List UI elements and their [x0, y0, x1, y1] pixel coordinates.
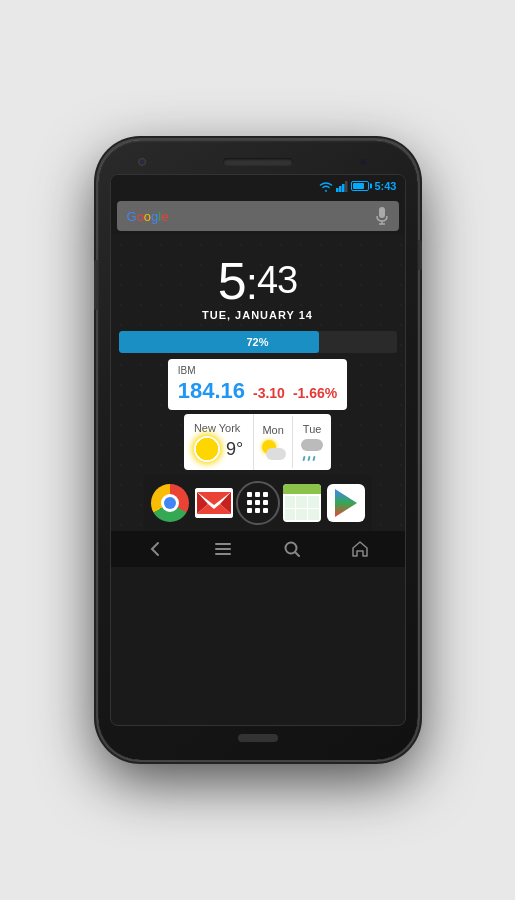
rain-cloud: [301, 439, 323, 451]
playstore-svg: [333, 489, 359, 517]
nav-bar: [111, 531, 405, 567]
front-camera: [138, 158, 146, 166]
battery-icon: [351, 181, 369, 191]
wallpaper: 5:43 TUE, JANUARY 14 72% IBM 184.16 -3.1…: [111, 235, 405, 531]
stock-ticker: IBM: [178, 365, 338, 376]
weather-day-mon: Mon: [254, 416, 293, 468]
rain-drop: [302, 456, 305, 461]
calendar-header: [283, 484, 321, 494]
physical-home[interactable]: [238, 734, 278, 742]
rainy-icon: [299, 439, 325, 461]
back-icon: [146, 540, 164, 558]
weather-widget[interactable]: New York 9° Mon Tue: [184, 414, 331, 470]
playstore-icon: [327, 484, 365, 522]
home-icon: [351, 540, 369, 558]
sensor: [360, 159, 366, 165]
partly-cloudy-icon: [260, 440, 286, 460]
weather-temp: 9°: [226, 439, 243, 460]
day-label-mon: Mon: [262, 424, 283, 436]
dot: [247, 500, 252, 505]
wifi-icon: [319, 181, 333, 192]
volume-button[interactable]: [94, 260, 98, 310]
calendar-body: [283, 494, 321, 522]
gmail-app[interactable]: [192, 481, 236, 525]
progress-label: 72%: [246, 336, 268, 348]
clock-widget: 5:43 TUE, JANUARY 14: [202, 255, 313, 321]
svg-rect-2: [342, 184, 345, 192]
dots-grid: [247, 492, 269, 514]
svg-rect-4: [379, 207, 385, 218]
progress-widget: 72%: [119, 331, 397, 353]
cal-cell: [285, 496, 296, 508]
rain-drop: [307, 456, 310, 461]
stock-values: 184.16 -3.10 -1.66%: [178, 378, 338, 404]
phone-device: 5:43 Google 5:43 TUE, JANUARY 1: [98, 140, 418, 760]
clock-hour: 5: [218, 252, 246, 310]
dot: [255, 492, 260, 497]
weather-current: New York 9°: [184, 414, 254, 470]
battery-fill: [353, 183, 364, 189]
status-bar: 5:43: [111, 175, 405, 197]
dot: [255, 508, 260, 513]
rain-drop: [312, 456, 315, 461]
weather-day-tue: Tue: [293, 415, 331, 469]
dot: [263, 492, 268, 497]
phone-bottom: [110, 734, 406, 742]
cal-cell: [308, 509, 319, 521]
weather-city: New York: [194, 422, 243, 434]
weather-today: 9°: [194, 436, 243, 462]
cal-cell: [296, 509, 307, 521]
signal-icon: [336, 181, 348, 192]
back-button[interactable]: [139, 533, 171, 565]
calendar-app[interactable]: [280, 481, 324, 525]
mic-icon[interactable]: [375, 207, 389, 225]
calendar-icon: [283, 484, 321, 522]
menu-icon: [214, 542, 232, 556]
dot: [263, 508, 268, 513]
cloud-part: [266, 448, 286, 460]
search-bar[interactable]: Google: [117, 201, 399, 231]
speaker: [223, 158, 293, 166]
home-button[interactable]: [344, 533, 376, 565]
sunny-icon: [194, 436, 220, 462]
google-logo: Google: [127, 209, 169, 224]
search-button[interactable]: [276, 533, 308, 565]
playstore-app[interactable]: [324, 481, 368, 525]
clock-date: TUE, JANUARY 14: [202, 309, 313, 321]
svg-rect-0: [336, 188, 339, 192]
clock-time: 5:43: [202, 255, 313, 307]
stock-widget[interactable]: IBM 184.16 -3.10 -1.66%: [168, 359, 348, 410]
day-label-tue: Tue: [303, 423, 322, 435]
gmail-icon: [195, 488, 233, 518]
status-time: 5:43: [374, 180, 396, 192]
dot: [247, 492, 252, 497]
svg-marker-12: [335, 489, 357, 517]
status-icons: 5:43: [319, 180, 396, 192]
stock-pct-change: -1.66%: [293, 385, 337, 401]
clock-minutes: 43: [257, 261, 297, 299]
stock-change: -3.10: [253, 385, 285, 401]
cal-cell: [296, 496, 307, 508]
stock-price: 184.16: [178, 378, 245, 404]
svg-line-17: [295, 552, 299, 556]
progress-bar-fill: [119, 331, 319, 353]
chrome-icon: [151, 484, 189, 522]
dot: [263, 500, 268, 505]
drawer-icon: [236, 481, 280, 525]
svg-rect-1: [339, 186, 342, 192]
phone-top-bar: [110, 158, 406, 166]
svg-rect-3: [345, 181, 348, 192]
menu-button[interactable]: [207, 533, 239, 565]
rain-drops: [303, 456, 315, 461]
cal-cell: [308, 496, 319, 508]
chrome-center: [164, 497, 176, 509]
app-drawer[interactable]: [236, 481, 280, 525]
screen: 5:43 Google 5:43 TUE, JANUARY 1: [110, 174, 406, 726]
cal-cell: [285, 509, 296, 521]
power-button[interactable]: [418, 240, 422, 270]
app-dock: [144, 475, 372, 531]
gmail-svg: [195, 488, 233, 518]
dot: [247, 508, 252, 513]
chrome-app[interactable]: [148, 481, 192, 525]
dot: [255, 500, 260, 505]
